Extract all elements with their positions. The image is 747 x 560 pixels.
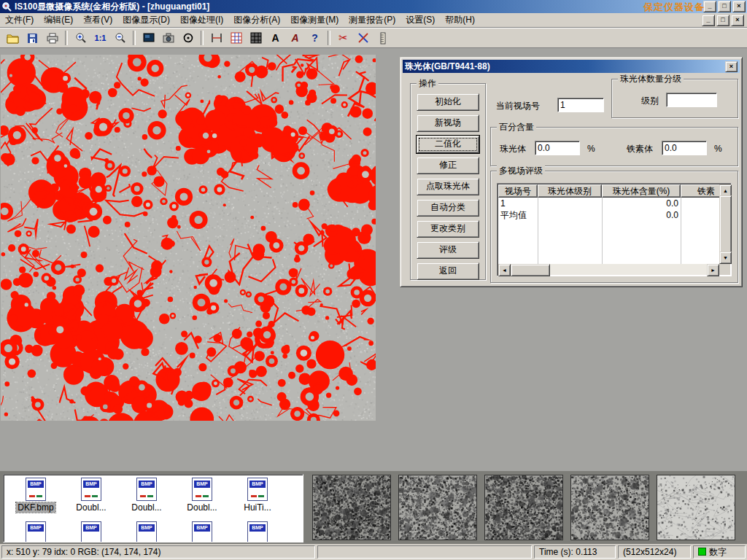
return-button[interactable]: 返回 — [417, 262, 479, 280]
caliper-button[interactable] — [206, 29, 226, 47]
open-button[interactable] — [3, 29, 23, 47]
file-item[interactable]: BMP HuiTi... — [230, 478, 285, 513]
scroll-left-button[interactable]: ◄ — [498, 264, 511, 276]
target-button[interactable] — [178, 29, 198, 47]
menu-item-file[interactable]: 文件(F) — [0, 12, 39, 28]
file-item[interactable]: BMP — [119, 521, 174, 542]
table-row[interactable]: 平均值 0.0 — [498, 209, 719, 221]
file-item[interactable]: BMP DKF.bmp — [8, 478, 63, 513]
micrograph-image[interactable] — [1, 55, 376, 421]
file-item[interactable]: BMP — [174, 521, 230, 542]
correct-button[interactable]: 修正 — [417, 157, 479, 174]
ruler-vertical-button[interactable] — [373, 29, 392, 47]
column-header-ferrite[interactable]: 铁素 — [681, 184, 719, 198]
menu-item-help[interactable]: 帮助(H) — [440, 12, 480, 28]
minimize-button[interactable]: _ — [703, 1, 716, 12]
file-item[interactable]: BMP — [8, 521, 63, 542]
file-item[interactable]: BMP Doubl... — [174, 478, 230, 513]
menu-item-image-display[interactable]: 图像显示(D) — [117, 12, 175, 28]
zoom-in-button[interactable] — [71, 29, 90, 47]
print-button[interactable] — [42, 29, 62, 47]
sample-thumbnail[interactable] — [570, 475, 649, 540]
camera-button[interactable] — [158, 29, 178, 47]
menu-item-image-measure[interactable]: 图像测量(M) — [285, 12, 344, 28]
help-button[interactable]: ? — [305, 29, 325, 47]
grid-red-button[interactable] — [226, 29, 246, 47]
actual-size-button[interactable]: 1:1 — [90, 29, 110, 47]
grid-dark-icon — [250, 32, 262, 44]
status-mode-label: 数字 — [709, 547, 727, 557]
file-name[interactable]: Doubl... — [130, 502, 163, 513]
paint-mark — [196, 495, 201, 497]
grid-dark-button[interactable] — [246, 29, 266, 47]
scroll-track[interactable] — [550, 264, 707, 275]
mdi-minimize-button[interactable]: _ — [702, 15, 715, 26]
column-header-grade[interactable]: 珠光体级别 — [538, 184, 602, 198]
menu-item-view[interactable]: 查看(V) — [78, 12, 117, 28]
file-item[interactable]: BMP — [63, 521, 119, 542]
cell-field: 平均值 — [498, 209, 538, 221]
binarize-button[interactable]: 二值化 — [417, 136, 479, 153]
auto-classify-button[interactable]: 自动分类 — [417, 199, 479, 217]
scroll-right-button[interactable]: ► — [707, 264, 719, 276]
menu-item-settings[interactable]: 设置(S) — [400, 12, 440, 28]
horizontal-scroll-thumb[interactable] — [511, 264, 550, 276]
multi-field-table: 视场号 珠光体级别 珠光体含量(%) 铁素 1 0.0 平均 — [497, 183, 732, 276]
file-name[interactable]: DKF.bmp — [16, 502, 55, 513]
save-button[interactable] — [23, 29, 42, 47]
grade-button[interactable]: 评级 — [417, 241, 479, 259]
capture-button[interactable] — [139, 29, 158, 47]
cut-button[interactable]: ✂ — [333, 29, 353, 47]
scroll-down-button[interactable]: ▼ — [719, 252, 732, 264]
text-annotation-button[interactable]: A — [266, 29, 285, 47]
measure-cross-button[interactable] — [353, 29, 373, 47]
pearlite-percent-input[interactable] — [535, 141, 580, 155]
font-style-button[interactable]: A — [285, 29, 305, 47]
file-item[interactable]: BMP Doubl... — [63, 478, 119, 513]
file-item[interactable]: BMP Doubl... — [119, 478, 174, 513]
horizontal-scrollbar[interactable]: ◄ ► — [498, 264, 719, 275]
ferrite-percent-input[interactable] — [662, 141, 707, 155]
change-class-button[interactable]: 更改类别 — [417, 220, 479, 238]
current-field-input[interactable] — [557, 98, 604, 112]
pick-pearlite-button[interactable]: 点取珠光体 — [417, 178, 479, 195]
level-input[interactable] — [666, 93, 717, 107]
new-field-button[interactable]: 新视场 — [417, 114, 479, 132]
paint-mark — [140, 495, 146, 497]
paint-mark — [92, 495, 98, 497]
column-header-content[interactable]: 珠光体含量(%) — [602, 184, 681, 198]
file-item[interactable]: BMP — [230, 521, 285, 542]
level-label: 级别 — [641, 96, 659, 106]
mdi-restore-button[interactable]: □ — [716, 15, 729, 26]
maximize-button[interactable]: □ — [718, 1, 731, 12]
table-row[interactable]: 1 0.0 — [498, 198, 719, 209]
paint-mark — [85, 495, 90, 497]
column-header-field[interactable]: 视场号 — [498, 184, 538, 198]
zoom-out-button[interactable] — [110, 29, 130, 47]
vertical-scrollbar[interactable]: ▲ ▼ — [719, 184, 730, 264]
sample-thumbnail[interactable] — [398, 475, 477, 540]
sample-thumbnail[interactable] — [657, 475, 735, 540]
dialog-close-button[interactable]: × — [725, 61, 738, 72]
file-name[interactable]: HuiTi... — [242, 502, 273, 513]
cell-field: 1 — [498, 198, 538, 209]
multi-field-group: 多视场评级 视场号 珠光体级别 珠光体含量(%) 铁素 1 0.0 — [490, 171, 738, 283]
vendor-watermark: 保定仪器设备 — [643, 1, 705, 14]
current-field-label: 当前视场号 — [496, 101, 540, 111]
close-button[interactable]: × — [732, 1, 746, 12]
menu-item-image-analysis[interactable]: 图像分析(A) — [228, 12, 285, 28]
initialize-button[interactable]: 初始化 — [417, 93, 479, 111]
menu-item-edit[interactable]: 编辑(E) — [39, 12, 78, 28]
menu-item-measure-report[interactable]: 测量报告(P) — [344, 12, 400, 28]
toolbar-separator — [328, 31, 330, 45]
sample-thumbnail[interactable] — [312, 475, 391, 540]
sample-thumbnail[interactable] — [484, 475, 563, 540]
bmp-label: BMP — [249, 481, 266, 488]
mdi-close-button[interactable]: × — [731, 15, 744, 26]
file-name[interactable]: Doubl... — [74, 502, 107, 513]
vertical-scroll-thumb[interactable] — [719, 195, 732, 253]
question-mark-icon: ? — [311, 32, 318, 44]
file-name[interactable]: Doubl... — [185, 502, 218, 513]
menu-item-image-processing[interactable]: 图像处理(I) — [175, 12, 228, 28]
status-mode: 数字 — [693, 545, 746, 559]
